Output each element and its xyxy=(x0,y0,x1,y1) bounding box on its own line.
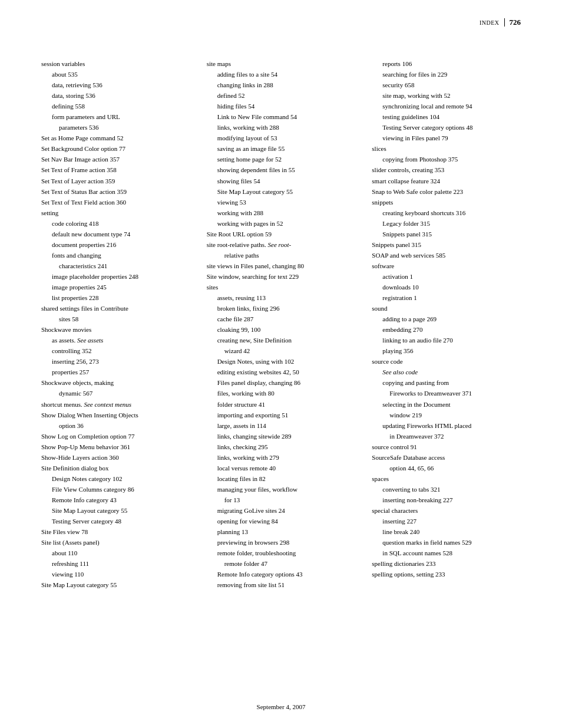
index-entry: working with pages in 52 xyxy=(207,219,356,229)
index-entry: remote folder 47 xyxy=(207,559,356,569)
index-entry: about 535 xyxy=(41,70,190,80)
index-entry: Set Background Color option 77 xyxy=(41,144,190,154)
index-entry: hiding files 54 xyxy=(207,101,356,111)
index-entry: about 110 xyxy=(41,548,190,558)
index-entry: list properties 228 xyxy=(41,293,190,303)
index-entry: properties 257 xyxy=(41,367,190,377)
index-entry: smart collapse feature 324 xyxy=(372,176,521,186)
index-entry: Shockwave objects, making xyxy=(41,378,190,388)
index-label: INDEX xyxy=(480,19,500,26)
index-entry: Remote Info category 43 xyxy=(41,495,190,505)
index-entry: See also code xyxy=(372,367,521,377)
index-entry: Shockwave movies xyxy=(41,325,190,335)
index-entry: shared settings files in Contribute xyxy=(41,304,190,314)
index-entry: relative paths xyxy=(207,251,356,261)
index-entry: managing your files, workflow xyxy=(207,485,356,495)
index-entry: dynamic 567 xyxy=(41,388,190,398)
index-entry: slider controls, creating 353 xyxy=(372,165,521,175)
index-entry: fonts and changing xyxy=(41,251,190,261)
index-entry: Set as Home Page command 52 xyxy=(41,133,190,143)
index-entry: searching for files in 229 xyxy=(372,70,521,80)
index-entry: Site Map Layout category 55 xyxy=(207,187,356,197)
index-entry: adding files to a site 54 xyxy=(207,70,356,80)
index-entry: Snap to Web Safe color palette 223 xyxy=(372,187,521,197)
index-entry: files, working with 80 xyxy=(207,388,356,398)
index-entry: for 13 xyxy=(207,495,356,505)
index-entry: document properties 216 xyxy=(41,240,190,250)
index-entry: characteristics 241 xyxy=(41,261,190,271)
index-entry: site map, working with 52 xyxy=(372,91,521,101)
index-entry: shortcut menus. See context menus xyxy=(41,400,190,410)
index-entry: remote folder, troubleshooting xyxy=(207,548,356,558)
index-entry: spelling dictionaries 233 xyxy=(372,559,521,569)
index-entry: SourceSafe Database access xyxy=(372,453,521,463)
index-entry: Show Pop-Up Menu behavior 361 xyxy=(41,442,190,452)
index-entry: large, assets in 114 xyxy=(207,421,356,431)
index-entry: local versus remote 40 xyxy=(207,463,356,473)
index-entry: Set Text of Status Bar action 359 xyxy=(41,187,190,197)
page-header: INDEX 726 xyxy=(480,18,521,27)
index-entry: removing from site list 51 xyxy=(207,580,356,590)
index-entry: showing dependent files in 55 xyxy=(207,165,356,175)
index-entry: links, working with 288 xyxy=(207,123,356,133)
index-entry: Files panel display, changing 86 xyxy=(207,378,356,388)
index-entry: links, working with 279 xyxy=(207,453,356,463)
index-entry: Site Files view 78 xyxy=(41,527,190,537)
index-entry: links, changing sitewide 289 xyxy=(207,431,356,442)
index-entry: Site list (Assets panel) xyxy=(41,538,190,548)
index-entry: spaces xyxy=(372,474,521,484)
index-entry: Fireworks to Dreamweaver 371 xyxy=(372,388,521,398)
index-entry: creating new, Site Definition xyxy=(207,335,356,345)
index-entry: Set Nav Bar Image action 357 xyxy=(41,154,190,164)
index-entry: Site Map Layout category 55 xyxy=(41,580,190,590)
page: INDEX 726 session variablesabout 535data… xyxy=(0,0,562,728)
index-entry: updating Fireworks HTML placed xyxy=(372,421,521,431)
index-entry: registration 1 xyxy=(372,293,521,303)
index-entry: reports 106 xyxy=(372,59,521,69)
index-entry: viewing in Files panel 79 xyxy=(372,133,521,143)
index-entry: testing guidelines 104 xyxy=(372,112,521,122)
index-columns: session variablesabout 535data, retrievi… xyxy=(41,59,521,591)
index-entry: Site Root URL option 59 xyxy=(207,229,356,239)
index-entry: Show Dialog When Inserting Objects xyxy=(41,410,190,420)
index-entry: assets, reusing 113 xyxy=(207,293,356,303)
index-entry: Site window, searching for text 229 xyxy=(207,272,356,282)
index-entry: site views in Files panel, changing 80 xyxy=(207,261,356,271)
index-entry: option 44, 65, 66 xyxy=(372,463,521,473)
index-entry: source code xyxy=(372,357,521,367)
index-entry: embedding 270 xyxy=(372,325,521,335)
index-entry: Testing Server category options 48 xyxy=(372,123,521,133)
index-entry: Set Text of Frame action 358 xyxy=(41,165,190,175)
index-entry: File View Columns category 86 xyxy=(41,485,190,495)
index-entry: copying and pasting from xyxy=(372,378,521,388)
index-entry: line break 240 xyxy=(372,527,521,537)
index-entry: Set Text of Layer action 359 xyxy=(41,176,190,186)
index-entry: session variables xyxy=(41,59,190,69)
index-entry: Show Log on Completion option 77 xyxy=(41,431,190,442)
index-entry: spelling options, setting 233 xyxy=(372,569,521,579)
index-entry: parameters 536 xyxy=(41,123,190,133)
index-entry: in SQL account names 528 xyxy=(372,548,521,558)
index-entry: image properties 245 xyxy=(41,282,190,292)
index-entry: opening for viewing 84 xyxy=(207,516,356,526)
index-entry: cloaking 99, 100 xyxy=(207,325,356,335)
index-entry: site maps xyxy=(207,59,356,69)
index-entry: Design Notes category 102 xyxy=(41,474,190,484)
index-entry: activation 1 xyxy=(372,272,521,282)
index-entry: image placeholder properties 248 xyxy=(41,272,190,282)
index-entry: planning 13 xyxy=(207,527,356,537)
index-entry: data, storing 536 xyxy=(41,91,190,101)
index-entry: saving as an image file 55 xyxy=(207,144,356,154)
index-entry: Testing Server category 48 xyxy=(41,516,190,526)
index-entry: sites xyxy=(207,282,356,292)
column-col1: session variablesabout 535data, retrievi… xyxy=(41,59,190,591)
index-entry: Link to New File command 54 xyxy=(207,112,356,122)
index-entry: question marks in field names 529 xyxy=(372,538,521,548)
column-col3: reports 106searching for files in 229sec… xyxy=(372,59,521,591)
index-entry: locating files in 82 xyxy=(207,474,356,484)
index-entry: Design Notes, using with 102 xyxy=(207,357,356,367)
index-entry: editing existing websites 42, 50 xyxy=(207,367,356,377)
footer-date: September 4, 2007 xyxy=(257,703,306,710)
index-entry: setting xyxy=(41,208,190,218)
index-entry: cache file 287 xyxy=(207,314,356,324)
